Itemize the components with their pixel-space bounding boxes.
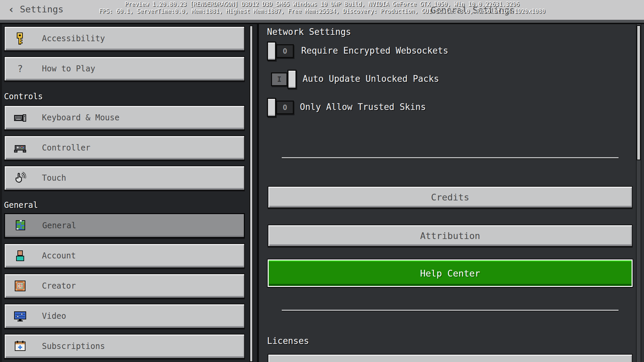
sidebar-scrollbar[interactable] xyxy=(250,25,253,362)
player-icon xyxy=(14,250,26,262)
sidebar-item-label: Accessibility xyxy=(42,34,105,43)
sidebar-item-creator[interactable]: Creator xyxy=(4,274,245,298)
debug-overlay-line2: FPS: 60.1, ServerTime:0.0, Mem:1881, Hig… xyxy=(0,8,644,14)
question-icon: ? xyxy=(14,63,26,75)
sidebar-item-controller[interactable]: Controller xyxy=(4,135,245,160)
toggle-knob xyxy=(267,98,276,117)
toggle-knob xyxy=(267,42,276,61)
sidebar-item-video[interactable]: Video xyxy=(4,304,245,328)
section-title-licenses: Licenses xyxy=(267,336,309,346)
sidebar-item-touch[interactable]: Touch xyxy=(4,166,245,190)
touch-icon xyxy=(14,172,26,184)
sidebar-item-label: Keyboard & Mouse xyxy=(42,113,119,122)
sidebar-left-edge xyxy=(0,24,2,362)
content-scrollbar-thumb[interactable] xyxy=(637,25,641,160)
divider xyxy=(282,157,619,158)
sidebar-item-how-to-play[interactable]: ? How to Play xyxy=(4,56,245,81)
sidebar-item-label: General xyxy=(42,221,76,230)
sidebar-item-label: Touch xyxy=(42,173,66,183)
help-center-button[interactable]: Help Center xyxy=(268,259,633,287)
toggle-require-encrypted-websockets[interactable]: O xyxy=(267,42,294,61)
sidebar-item-subscriptions[interactable]: Subscriptions xyxy=(4,334,245,359)
toggle-state-glyph: O xyxy=(276,101,294,114)
keyboard-mouse-icon xyxy=(14,112,26,124)
toggle-knob xyxy=(287,70,297,89)
sidebar-item-account[interactable]: Account xyxy=(4,243,245,268)
sidebar-item-label: How to Play xyxy=(42,64,95,73)
credits-button[interactable]: Credits xyxy=(268,186,633,208)
toggle-state-glyph: I xyxy=(271,72,287,86)
toggle-label: Require Encrypted Websockets xyxy=(301,46,448,56)
sidebar-item-label: Creator xyxy=(42,281,76,291)
calendar-plus-icon xyxy=(14,340,26,352)
key-icon xyxy=(14,33,26,45)
divider xyxy=(282,310,619,311)
sidebar-item-keyboard-mouse[interactable]: Keyboard & Mouse xyxy=(4,105,245,130)
controller-icon xyxy=(14,142,26,154)
sidebar-group-header-controls: Controls xyxy=(4,92,43,101)
toggle-only-allow-trusted-skins[interactable]: O xyxy=(267,98,294,117)
sidebar-item-accessibility[interactable]: Accessibility xyxy=(4,26,245,51)
sidebar-group-header-general: General xyxy=(4,200,38,210)
sidebar-item-label: Controller xyxy=(42,143,91,153)
toggle-auto-update-unlocked-packs[interactable]: I xyxy=(271,70,297,89)
toggle-state-glyph: O xyxy=(276,44,294,58)
sidebar-item-label: Account xyxy=(42,251,76,260)
sidebar-item-label: Video xyxy=(42,311,66,321)
command-block-icon xyxy=(14,280,26,292)
header-divider-strip xyxy=(0,20,644,23)
licenses-button-partial[interactable] xyxy=(268,354,633,362)
toggle-label: Auto Update Unlocked Packs xyxy=(303,74,439,84)
sidebar-item-label: Subscriptions xyxy=(42,342,105,351)
sidebar-item-general[interactable]: General xyxy=(4,213,245,238)
monitor-icon xyxy=(14,310,26,322)
toggle-label: Only Allow Trusted Skins xyxy=(300,102,426,112)
attribution-button[interactable]: Attribution xyxy=(268,225,633,247)
globe-icon xyxy=(14,220,26,232)
section-title-network-settings: Network Settings xyxy=(267,27,351,37)
debug-overlay-line1: Preview 1.20.80.23 [RENDERDRAGON] D3D12 … xyxy=(0,1,644,7)
settings-content-panel: Network Settings O Require Encrypted Web… xyxy=(257,24,644,362)
